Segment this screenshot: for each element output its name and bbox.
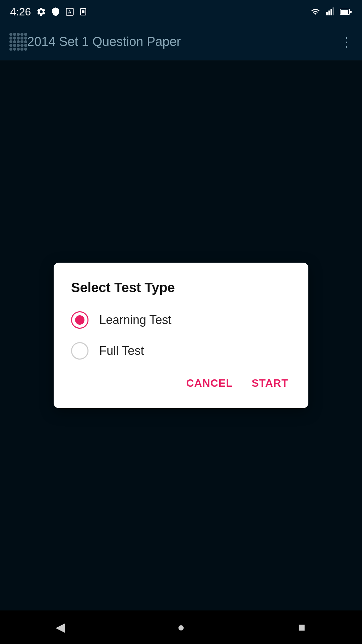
status-left: 4:26 A bbox=[10, 6, 87, 18]
full-test-option[interactable]: Full Test bbox=[71, 342, 291, 360]
sim-icon bbox=[79, 7, 87, 17]
back-icon: ◀ bbox=[56, 620, 65, 634]
status-right bbox=[310, 7, 352, 16]
cancel-button[interactable]: CANCEL bbox=[183, 373, 235, 393]
bottom-nav: ◀ ● ■ bbox=[0, 610, 362, 644]
learning-test-option[interactable]: Learning Test bbox=[71, 311, 291, 329]
svg-rect-7 bbox=[333, 7, 334, 15]
recent-icon: ■ bbox=[298, 620, 305, 634]
dialog-title: Select Test Type bbox=[71, 280, 291, 295]
dialog-overlay: Select Test Type Learning Test Full Test… bbox=[0, 60, 362, 610]
start-button[interactable]: START bbox=[249, 373, 291, 393]
settings-icon bbox=[36, 7, 46, 17]
app-bar: 2014 Set 1 Question Paper ⋮ bbox=[0, 23, 362, 60]
battery-icon bbox=[340, 8, 352, 16]
status-bar: 4:26 A bbox=[0, 0, 362, 23]
svg-rect-3 bbox=[82, 10, 84, 13]
shield-icon bbox=[51, 7, 60, 17]
wifi-icon bbox=[310, 7, 321, 16]
app-title: 2014 Set 1 Question Paper bbox=[27, 35, 340, 49]
select-test-type-dialog: Select Test Type Learning Test Full Test… bbox=[54, 263, 308, 408]
svg-rect-9 bbox=[341, 10, 348, 14]
svg-rect-6 bbox=[330, 9, 332, 15]
svg-rect-10 bbox=[350, 11, 352, 13]
app-logo bbox=[9, 33, 27, 51]
learning-test-radio-fill bbox=[75, 315, 84, 325]
svg-rect-4 bbox=[326, 12, 328, 15]
signal-icon bbox=[326, 7, 335, 16]
home-icon: ● bbox=[177, 620, 185, 634]
full-test-label: Full Test bbox=[99, 344, 144, 358]
learning-test-label: Learning Test bbox=[99, 313, 172, 327]
svg-text:A: A bbox=[68, 9, 71, 14]
status-icons: A bbox=[36, 7, 87, 17]
main-content: Select Test Type Learning Test Full Test… bbox=[0, 60, 362, 610]
back-button[interactable]: ◀ bbox=[47, 614, 74, 641]
svg-rect-5 bbox=[328, 11, 330, 15]
home-button[interactable]: ● bbox=[168, 614, 194, 641]
full-test-radio[interactable] bbox=[71, 342, 88, 360]
recent-apps-button[interactable]: ■ bbox=[288, 614, 315, 641]
text-icon: A bbox=[65, 7, 74, 16]
more-options-icon[interactable]: ⋮ bbox=[340, 34, 353, 50]
status-time: 4:26 bbox=[10, 6, 31, 18]
dialog-actions: CANCEL START bbox=[71, 373, 291, 393]
learning-test-radio[interactable] bbox=[71, 311, 88, 329]
